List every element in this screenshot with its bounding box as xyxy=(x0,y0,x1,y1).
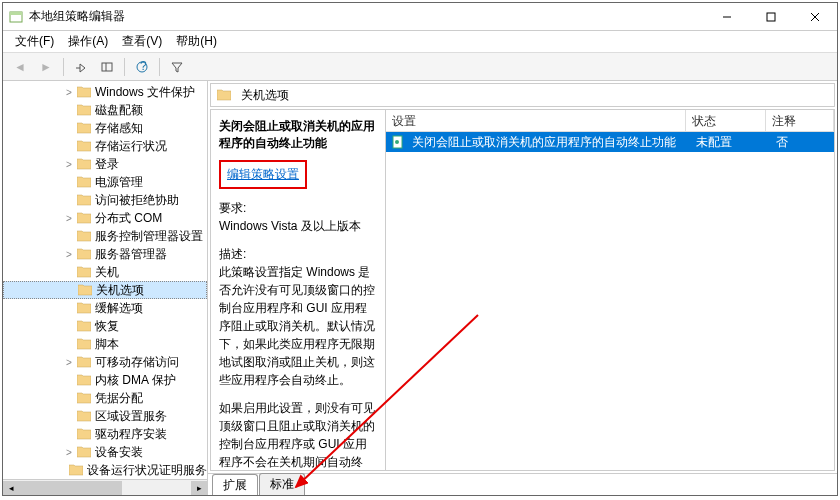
req-value: Windows Vista 及以上版本 xyxy=(219,217,377,235)
menu-view[interactable]: 查看(V) xyxy=(116,31,168,52)
tree-item[interactable]: >登录 xyxy=(3,155,207,173)
col-setting[interactable]: 设置 xyxy=(386,110,686,131)
col-comment[interactable]: 注释 xyxy=(766,110,834,131)
folder-icon xyxy=(77,104,91,116)
requirements-section: 要求: Windows Vista 及以上版本 xyxy=(219,199,377,235)
tree-scroll[interactable]: >Windows 文件保护磁盘配额存储感知存储运行状况>登录电源管理访问被拒绝协… xyxy=(3,81,207,479)
tree-label: 关机 xyxy=(95,264,119,281)
toolbar-separator xyxy=(63,58,64,76)
desc-p1: 此策略设置指定 Windows 是否允许没有可见顶级窗口的控制台应用程序和 GU… xyxy=(219,263,377,389)
expand-icon[interactable] xyxy=(64,284,76,296)
tree-item[interactable]: 恢复 xyxy=(3,317,207,335)
expand-icon[interactable] xyxy=(63,428,75,440)
help-button[interactable]: ? xyxy=(131,56,153,78)
tree-label: 访问被拒绝协助 xyxy=(95,192,179,209)
expand-icon[interactable] xyxy=(63,194,75,206)
tree-item[interactable]: 内核 DMA 保护 xyxy=(3,371,207,389)
tree-item[interactable]: 关机选项 xyxy=(3,281,207,299)
expand-icon[interactable]: > xyxy=(63,248,75,260)
tree-item[interactable]: 存储运行状况 xyxy=(3,137,207,155)
folder-icon xyxy=(77,338,91,350)
tree-label: 可移动存储访问 xyxy=(95,354,179,371)
desc-p2: 如果启用此设置，则没有可见顶级窗口且阻止或取消关机的控制台应用程序或 GUI 应… xyxy=(219,399,377,470)
close-button[interactable] xyxy=(793,3,837,31)
menu-action[interactable]: 操作(A) xyxy=(62,31,114,52)
expand-icon[interactable] xyxy=(63,338,75,350)
toolbar-separator xyxy=(124,58,125,76)
scroll-track[interactable] xyxy=(19,481,191,495)
minimize-button[interactable] xyxy=(705,3,749,31)
expand-icon[interactable]: > xyxy=(63,446,75,458)
expand-icon[interactable]: > xyxy=(63,158,75,170)
tree-item[interactable]: 脚本 xyxy=(3,335,207,353)
tree-item[interactable]: 关机 xyxy=(3,263,207,281)
expand-icon[interactable] xyxy=(63,410,75,422)
expand-icon[interactable]: > xyxy=(63,212,75,224)
menu-file[interactable]: 文件(F) xyxy=(9,31,60,52)
expand-icon[interactable] xyxy=(63,302,75,314)
tree-item[interactable]: >Windows 文件保护 xyxy=(3,83,207,101)
tree-item[interactable]: 缓解选项 xyxy=(3,299,207,317)
tree-item[interactable]: >分布式 COM xyxy=(3,209,207,227)
back-button[interactable]: ◄ xyxy=(9,56,31,78)
tree-item[interactable]: >设备安装 xyxy=(3,443,207,461)
menu-help[interactable]: 帮助(H) xyxy=(170,31,223,52)
scroll-thumb[interactable] xyxy=(19,481,122,495)
folder-icon xyxy=(77,356,91,368)
tab-standard[interactable]: 标准 xyxy=(259,473,305,495)
expand-icon[interactable] xyxy=(63,320,75,332)
tree-item[interactable]: 存储感知 xyxy=(3,119,207,137)
tree-item[interactable]: 服务控制管理器设置 xyxy=(3,227,207,245)
tree-item[interactable]: 凭据分配 xyxy=(3,389,207,407)
tree-hscrollbar[interactable]: ◂ ▸ xyxy=(3,479,207,495)
expand-icon[interactable] xyxy=(63,104,75,116)
tree-label: 内核 DMA 保护 xyxy=(95,372,176,389)
expand-icon[interactable] xyxy=(63,122,75,134)
expand-icon[interactable] xyxy=(63,392,75,404)
maximize-button[interactable] xyxy=(749,3,793,31)
expand-icon[interactable] xyxy=(63,464,67,476)
tree-label: 设备安装 xyxy=(95,444,143,461)
folder-icon xyxy=(78,284,92,296)
tab-extended[interactable]: 扩展 xyxy=(212,474,258,495)
list-header: 设置 状态 注释 xyxy=(386,110,834,132)
up-button[interactable] xyxy=(70,56,92,78)
folder-icon xyxy=(77,140,91,152)
tabs-row: 扩展 标准 xyxy=(208,473,837,495)
list-row[interactable]: 关闭会阻止或取消关机的应用程序的自动终止功能 未配置 否 xyxy=(386,132,834,152)
details-title: 关机选项 xyxy=(241,87,289,104)
expand-icon[interactable] xyxy=(63,230,75,242)
col-state[interactable]: 状态 xyxy=(686,110,766,131)
tree-item[interactable]: 访问被拒绝协助 xyxy=(3,191,207,209)
expand-icon[interactable]: > xyxy=(63,86,75,98)
tree-item[interactable]: >服务器管理器 xyxy=(3,245,207,263)
desc-label: 描述: xyxy=(219,245,377,263)
toolbar: ◄ ► ? xyxy=(3,53,837,81)
tree-item[interactable]: 设备运行状况证明服务 xyxy=(3,461,207,479)
tree-item[interactable]: 驱动程序安装 xyxy=(3,425,207,443)
folder-icon xyxy=(77,86,91,98)
content-area: >Windows 文件保护磁盘配额存储感知存储运行状况>登录电源管理访问被拒绝协… xyxy=(3,81,837,495)
scroll-left-button[interactable]: ◂ xyxy=(3,481,19,495)
policy-title: 关闭会阻止或取消关机的应用程序的自动终止功能 xyxy=(219,118,377,152)
tree-label: 电源管理 xyxy=(95,174,143,191)
expand-icon[interactable] xyxy=(63,266,75,278)
expand-icon[interactable] xyxy=(63,176,75,188)
expand-icon[interactable]: > xyxy=(63,356,75,368)
folder-icon xyxy=(77,158,91,170)
tree-item[interactable]: 磁盘配额 xyxy=(3,101,207,119)
edit-policy-link[interactable]: 编辑策略设置 xyxy=(227,167,299,181)
folder-icon xyxy=(77,320,91,332)
forward-button[interactable]: ► xyxy=(35,56,57,78)
tree-item[interactable]: 电源管理 xyxy=(3,173,207,191)
show-hide-button[interactable] xyxy=(96,56,118,78)
tree-label: 缓解选项 xyxy=(95,300,143,317)
tree-item[interactable]: 区域设置服务 xyxy=(3,407,207,425)
details-pane: 关机选项 关闭会阻止或取消关机的应用程序的自动终止功能 编辑策略设置 要求: W… xyxy=(208,81,837,495)
tree-item[interactable]: >可移动存储访问 xyxy=(3,353,207,371)
scroll-right-button[interactable]: ▸ xyxy=(191,481,207,495)
expand-icon[interactable] xyxy=(63,374,75,386)
filter-button[interactable] xyxy=(166,56,188,78)
tree-label: 分布式 COM xyxy=(95,210,162,227)
expand-icon[interactable] xyxy=(63,140,75,152)
